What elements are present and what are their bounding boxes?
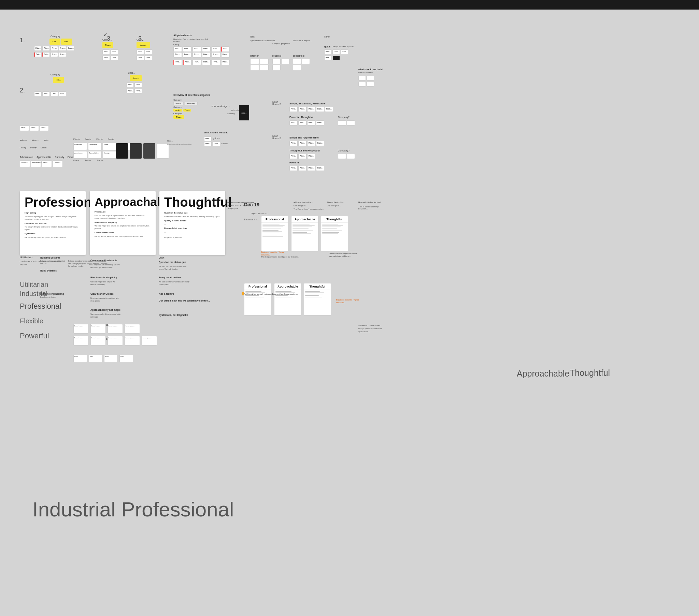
wcard-3h: Princ... bbox=[145, 56, 152, 61]
guides-label: guides bbox=[213, 136, 220, 141]
ic4 bbox=[260, 65, 268, 70]
prof-s-title: Professional bbox=[245, 283, 271, 290]
values-label: values bbox=[221, 142, 228, 146]
right-notes: Some additional thoughts on how we appro… bbox=[329, 252, 360, 257]
qc4: Powerful... bbox=[53, 160, 63, 167]
what-build-cards: Princ... guides bbox=[204, 136, 220, 141]
fl3: Collab bbox=[41, 147, 47, 149]
pml3 bbox=[262, 227, 283, 227]
wcard-bd: Princ... bbox=[134, 89, 142, 93]
nbk1 bbox=[358, 76, 366, 80]
niko-cards-2: How... bbox=[324, 56, 340, 61]
nr2d: Fram... bbox=[316, 120, 324, 125]
co2b bbox=[347, 154, 355, 159]
figma-note-3: The Figma (user) experience is... bbox=[293, 208, 324, 210]
noah-r1-row1: Princ... Princ... Princ... Fram... Fram.… bbox=[289, 107, 333, 112]
wcard-2b: Princ... bbox=[42, 91, 50, 96]
nr2a: Princ... bbox=[289, 120, 298, 125]
app-s-title: Approachable bbox=[274, 283, 301, 290]
yellow-cluster-1: Cate... Cate... bbox=[50, 39, 72, 45]
ic6 bbox=[281, 59, 289, 64]
tcr1: Notes... bbox=[74, 355, 87, 362]
prof-section1: High ceiling bbox=[25, 212, 81, 215]
wcard-2a: Princ... bbox=[34, 91, 42, 96]
cat-box-yellow3: Thou... bbox=[173, 115, 184, 119]
because-it-is: Because it is... bbox=[244, 218, 260, 221]
aml1 bbox=[292, 224, 309, 225]
app-card-header: Approachable bbox=[90, 191, 156, 211]
simple-sys-pred: Simple, Systematic, Predictable bbox=[289, 102, 325, 105]
co1a bbox=[338, 120, 346, 125]
prof-mini-doc: Professional bbox=[261, 216, 288, 252]
thou-mini-doc: Thoughtful bbox=[321, 216, 348, 252]
nk2: Fram... bbox=[332, 50, 340, 54]
thou-section2: Quality is in the details bbox=[164, 219, 221, 223]
dec19-title: Dec 19 bbox=[244, 202, 260, 207]
mg1: Collaborative... bbox=[74, 143, 87, 150]
wcard-2c: Cate... bbox=[51, 91, 58, 96]
aml6 bbox=[292, 232, 307, 232]
bottom-note-cards: Lorem ipsum... Lorem ipsum... Lorem ipsu… bbox=[74, 324, 140, 334]
pc5: Fram... bbox=[212, 46, 220, 52]
dark-card-3 bbox=[143, 143, 155, 159]
fl2: Priority bbox=[30, 147, 37, 149]
industrial-sidebar: Industrial bbox=[20, 290, 48, 298]
prof-section2: Utilitarian. Off. Precise. bbox=[25, 222, 81, 226]
mcl4: Priority bbox=[108, 138, 114, 140]
bnc5: Lorem ipsum... bbox=[74, 336, 89, 346]
nk1: Princ... bbox=[324, 50, 332, 54]
tml2 bbox=[322, 225, 343, 226]
figma-note-2b: Our design is... bbox=[327, 205, 341, 207]
wcard-3g: Princ... bbox=[136, 56, 144, 61]
pc2: Princ... bbox=[183, 46, 192, 52]
niko-label: Niko bbox=[324, 35, 330, 38]
noah-r2-row3: Princ... Princ... Princ... Fram... bbox=[289, 166, 324, 171]
psl5 bbox=[246, 297, 264, 297]
prof-text3: We are building towards a system, not a … bbox=[25, 236, 81, 239]
nr3c: Princ... bbox=[307, 141, 315, 146]
noah-r1-row2: Princ... Princ... Princ... Fram... bbox=[289, 120, 324, 125]
cat-label1: Category bbox=[173, 99, 198, 101]
white-cards-bottom: Princ... Princ... bbox=[126, 82, 142, 87]
cat-row3: Thou... bbox=[173, 115, 198, 119]
pc9: Princ... bbox=[193, 52, 201, 58]
pc12: Fram... bbox=[221, 52, 230, 58]
cat-box-1: Search... bbox=[173, 102, 184, 105]
quality-labels: Adventurous Approachable Curiosity Power… bbox=[20, 156, 77, 158]
app-text2: We build things to be simple, not simpli… bbox=[94, 225, 151, 230]
picked-cards-row2: Princ... Princ... Princ... Princ... Fram… bbox=[173, 52, 230, 58]
fl1: Priority bbox=[20, 147, 26, 149]
app-mini-doc: Approachable bbox=[291, 216, 318, 252]
aml2 bbox=[292, 225, 315, 226]
aml7 bbox=[292, 233, 311, 234]
all-picked-label: All picked cards bbox=[173, 34, 192, 37]
approach-magic-body: We make complex things approachable, not… bbox=[90, 313, 121, 318]
draft-title: Draft bbox=[159, 256, 164, 259]
app-mini-title: Approachable bbox=[291, 216, 318, 223]
white-cards-1: Princ... Princ... Princ... Fram... Fram.… bbox=[34, 46, 75, 51]
co2a bbox=[338, 154, 346, 159]
thou-mini-title: Thoughtful bbox=[321, 216, 348, 223]
comm-pred-label: Community Predictable bbox=[90, 259, 117, 262]
sticky-3b: Appro... bbox=[136, 42, 150, 48]
sticky-3a: Thou... bbox=[102, 42, 113, 48]
tcr3: Notes... bbox=[104, 355, 118, 362]
qs-body: We don't just copy what's been done befo… bbox=[159, 265, 189, 270]
ic7 bbox=[272, 65, 280, 70]
tml3 bbox=[322, 227, 341, 227]
what-build-niko: what should we build bbox=[358, 68, 383, 71]
how-live-label: How will this live for itself bbox=[358, 201, 381, 203]
powerful-thoughtful: Powerful, Thoughtful bbox=[289, 116, 313, 118]
planning-label: planning bbox=[227, 112, 235, 115]
nr5d: Fram... bbox=[316, 166, 324, 171]
tml5 bbox=[322, 230, 342, 231]
mid-cluster-labels: Priority Priority Priority Priority bbox=[74, 138, 119, 140]
ic3 bbox=[250, 65, 259, 70]
wb2: Princ... bbox=[204, 142, 212, 146]
figma-note-1b: Figma, the tool is... bbox=[327, 201, 344, 203]
thou-text2: ... bbox=[164, 223, 221, 226]
wb3: Princ... bbox=[213, 142, 220, 146]
curiosity-label: Curiosity bbox=[55, 156, 64, 158]
itas-cards-1 bbox=[250, 59, 271, 70]
pc6: Princ... bbox=[221, 46, 230, 52]
